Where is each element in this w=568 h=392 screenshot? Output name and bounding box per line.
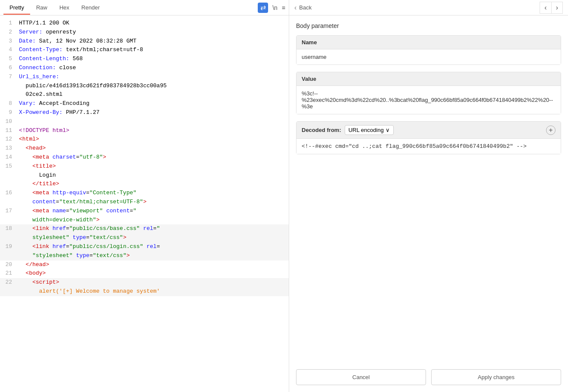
line-num-15: 15 xyxy=(0,162,12,189)
code-area: 1 HTTP/1.1 200 OK 2 Server: openresty 3 … xyxy=(0,15,289,392)
tab-hex[interactable]: Hex xyxy=(53,1,75,14)
line-num-13: 13 xyxy=(0,144,12,153)
line-content-7: Url_is_here: public/e416d13913cd621fd983… xyxy=(19,73,285,99)
action-buttons: Cancel Apply changes xyxy=(289,366,568,392)
value-content: %3c!--%23exec%20cmd%3d%22cd%20..%3bcat%2… xyxy=(296,86,561,114)
line-num-5: 5 xyxy=(0,55,12,64)
line-num-18: 18 xyxy=(0,224,12,242)
code-line-20: 20 </head> xyxy=(0,260,289,270)
line-num-16: 16 xyxy=(0,189,12,207)
decoded-chevron-icon: ∨ xyxy=(386,127,390,133)
line-content-18: <link href="public/css/base.css" rel=" s… xyxy=(19,224,285,242)
name-value: username xyxy=(296,49,561,64)
decoded-encoding-label: URL encoding xyxy=(349,127,384,133)
line-content-22b: alert('[+] Welcome to manage system' xyxy=(19,287,285,296)
name-field-block: Name username xyxy=(296,35,561,65)
line-content-5: Content-Length: 568 xyxy=(19,55,285,64)
line-content-16: <meta http-equiv="Content-Type" content=… xyxy=(19,189,285,207)
decoded-encoding-select[interactable]: URL encoding ∨ xyxy=(345,125,394,135)
apply-changes-button[interactable]: Apply changes xyxy=(431,369,561,385)
code-line-1: 1 HTTP/1.1 200 OK xyxy=(0,19,289,28)
line-content-20: </head> xyxy=(19,260,285,270)
line-content-21: <body> xyxy=(19,269,285,278)
code-line-4: 4 Content-Type: text/html;charset=utf-8 xyxy=(0,46,289,55)
value-field-block: Value %3c!--%23exec%20cmd%3d%22cd%20..%3… xyxy=(296,72,561,114)
line-content-19: <link href="public/css/login.css" rel= "… xyxy=(19,242,285,260)
line-num-9: 9 xyxy=(0,108,12,117)
code-line-2: 2 Server: openresty xyxy=(0,28,289,37)
line-num-17: 17 xyxy=(0,207,12,225)
code-line-6: 6 Connection: close xyxy=(0,64,289,73)
line-content-11: <!DOCTYPE html> xyxy=(19,126,285,135)
tab-render[interactable]: Render xyxy=(75,1,106,14)
right-content: Body parameter Name username Value %3c!-… xyxy=(289,15,568,366)
wrap-icon[interactable]: ⇄ xyxy=(258,3,268,13)
code-line-11: 11 <!DOCTYPE html> xyxy=(0,126,289,135)
code-line-22b: alert('[+] Welcome to manage system' xyxy=(0,287,289,296)
nav-prev-button[interactable]: ‹ xyxy=(540,2,551,14)
line-content-1: HTTP/1.1 200 OK xyxy=(19,19,285,28)
back-label: Back xyxy=(299,4,312,11)
nav-next-button[interactable]: › xyxy=(551,2,563,14)
decoded-add-button[interactable]: + xyxy=(546,126,556,135)
section-title: Body parameter xyxy=(296,22,561,29)
line-num-8: 8 xyxy=(0,99,12,108)
line-num-10: 10 xyxy=(0,117,12,126)
line-num-22: 22 xyxy=(0,278,12,287)
line-num-1: 1 xyxy=(0,19,12,28)
decoded-value: <!--#exec cmd="cd ..;cat flag_990c66bf85… xyxy=(296,139,561,154)
cancel-button[interactable]: Cancel xyxy=(296,369,426,385)
code-line-12: 12 <html> xyxy=(0,135,289,144)
name-label: Name xyxy=(296,36,561,49)
code-line-18: 18 <link href="public/css/base.css" rel=… xyxy=(0,224,289,242)
line-num-21: 21 xyxy=(0,269,12,278)
code-line-21: 21 <body> xyxy=(0,269,289,278)
code-line-13: 13 <head> xyxy=(0,144,289,153)
newline-icon[interactable]: \n xyxy=(272,4,278,11)
line-content-3: Date: Sat, 12 Nov 2022 08:32:28 GMT xyxy=(19,37,285,46)
value-label: Value xyxy=(296,72,561,86)
nav-arrows: ‹ › xyxy=(540,2,563,14)
code-line-10: 10 xyxy=(0,117,289,126)
line-content-8: Vary: Accept-Encoding xyxy=(19,99,285,108)
line-num-20: 20 xyxy=(0,260,12,270)
line-content-6: Connection: close xyxy=(19,64,285,73)
decoded-block: Decoded from: URL encoding ∨ + <!--#exec… xyxy=(296,121,561,154)
line-num-19: 19 xyxy=(0,242,12,260)
code-line-7: 7 Url_is_here: public/e416d13913cd621fd9… xyxy=(0,73,289,99)
line-content-13: <head> xyxy=(19,144,285,153)
line-num-11: 11 xyxy=(0,126,12,135)
code-line-22: 22 <script> xyxy=(0,278,289,287)
line-num-6: 6 xyxy=(0,64,12,73)
code-line-8: 8 Vary: Accept-Encoding xyxy=(0,99,289,108)
code-line-17: 17 <meta name="viewport" content=" width… xyxy=(0,207,289,225)
back-button[interactable]: ‹ Back xyxy=(294,4,312,12)
line-num-22b xyxy=(0,287,12,296)
tab-pretty[interactable]: Pretty xyxy=(3,1,30,14)
line-content-22: <script> xyxy=(19,278,285,287)
tab-raw[interactable]: Raw xyxy=(30,1,53,14)
code-line-14: 14 <meta charset="utf-8"> xyxy=(0,153,289,162)
code-line-15: 15 <title> Login </title> xyxy=(0,162,289,189)
line-content-15: <title> Login </title> xyxy=(19,162,285,189)
line-content-14: <meta charset="utf-8"> xyxy=(19,153,285,162)
line-num-2: 2 xyxy=(0,28,12,37)
code-line-19: 19 <link href="public/css/login.css" rel… xyxy=(0,242,289,260)
back-chevron-icon: ‹ xyxy=(294,4,296,12)
menu-icon[interactable]: ≡ xyxy=(282,4,285,11)
line-num-4: 4 xyxy=(0,46,12,55)
right-panel: ‹ Back ‹ › Body parameter Name username … xyxy=(289,0,568,392)
line-num-12: 12 xyxy=(0,135,12,144)
line-content-12: <html> xyxy=(19,135,285,144)
line-content-4: Content-Type: text/html;charset=utf-8 xyxy=(19,46,285,55)
decoded-header: Decoded from: URL encoding ∨ + xyxy=(296,122,561,139)
right-header: ‹ Back ‹ › xyxy=(289,0,568,15)
line-content-2: Server: openresty xyxy=(19,28,285,37)
line-num-7: 7 xyxy=(0,73,12,99)
line-num-14: 14 xyxy=(0,153,12,162)
code-line-3: 3 Date: Sat, 12 Nov 2022 08:32:28 GMT xyxy=(0,37,289,46)
code-line-9: 9 X-Powered-By: PHP/7.1.27 xyxy=(0,108,289,117)
code-line-16: 16 <meta http-equiv="Content-Type" conte… xyxy=(0,189,289,207)
code-line-5: 5 Content-Length: 568 xyxy=(0,55,289,64)
line-num-3: 3 xyxy=(0,37,12,46)
